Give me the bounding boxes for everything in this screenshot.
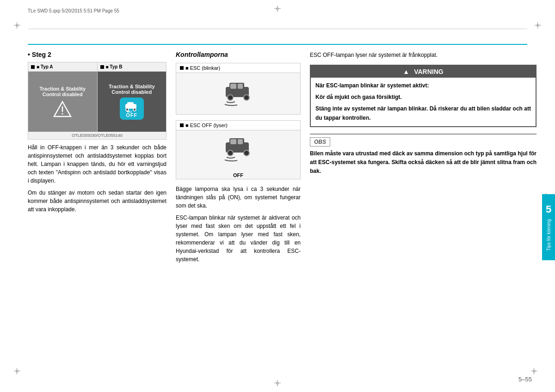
right-intro-text: ESC OFF-lampan lyser när systemet är frå… [310,51,536,59]
black-square-esc [180,66,184,70]
esc-off-header: ■ ESC OFF (lyser) [176,121,300,130]
left-column: • Steg 2 ■ Typ A ■ Typ B [28,51,166,364]
panel-typ-b: Traction & Stability Control disabled [98,72,166,132]
panel-b-text: Traction & Stability Control disabled [102,84,162,95]
warning-para1: När ESC-lampan blinkar är systemet aktiv… [315,81,531,90]
warning-triangle-icon-small: ▲ [403,68,409,75]
left-para2: Om du stänger av motorn och sedan starta… [28,189,166,214]
warning-para3: Stäng inte av systemet när lampan blinka… [315,104,531,122]
obs-box: OBS Bilen måste vara utrustad med däck a… [310,134,536,176]
off-text: OFF [126,112,137,118]
svg-rect-4 [127,102,134,105]
right-column: ESC OFF-lampan lyser när systemet är frå… [310,51,536,364]
diagram-panels: Traction & Stability Control disabled Tr… [28,72,166,132]
registration-mark-tr [535,22,541,29]
black-square-b [100,65,104,69]
middle-column: Kontrollamporna ■ ESC (blinkar) [176,51,301,364]
obs-body: Bilen måste vara utrustad med däck av sa… [310,149,536,176]
typ-a-col: ■ Typ A [28,62,98,71]
svg-point-18 [244,150,249,156]
panel-typ-a: Traction & Stability Control disabled [28,72,98,132]
esc-off-image [176,130,300,172]
typ-b-label: ■ Typ B [106,64,123,69]
warning-body: När ESC-lampan blinkar är systemet aktiv… [311,78,536,126]
mid-para2: ESC-lampan blinkar när systemet är aktiv… [176,214,301,263]
diagram-header: ■ Typ A ■ Typ B [28,62,166,72]
accent-line [28,44,527,45]
registration-mark-br [531,368,537,374]
chapter-label: Tips för körning [546,219,551,251]
esc-blinkar-header: ■ ESC (blinkar) [176,63,300,73]
header-bar: TLe SWD 5.qxp 5/20/2015 5:51 PM Page 55 [28,8,527,13]
chapter-tab: 5 Tips för körning [542,194,555,260]
svg-point-2 [62,113,63,115]
step-heading: • Steg 2 [28,51,166,58]
black-square-a [31,65,35,69]
esc-blinkar-box: ■ ESC (blinkar) [176,63,301,115]
esc-off-box: ■ ESC OFF (lyser) OFF [176,120,301,179]
chapter-number: 5 [546,203,551,215]
off-button-icon: OFF [120,98,144,120]
decorative-line-top [28,29,527,29]
left-para1: Håll in OFF-knappen i mer än 3 sekunder … [28,143,166,185]
main-content: • Steg 2 ■ Typ A ■ Typ B [28,51,536,364]
svg-point-11 [228,95,233,100]
diagram-box: ■ Typ A ■ Typ B Traction & Stability Con… [28,62,166,140]
svg-rect-10 [238,84,243,89]
svg-point-17 [228,150,233,156]
esc-off-label: ■ ESC OFF (lyser) [185,122,228,128]
left-body-text: Håll in OFF-knappen i mer än 3 sekunder … [28,143,166,214]
off-label-bottom: OFF [176,172,300,179]
warning-box: ▲ VARNING När ESC-lampan blinkar är syst… [310,65,536,127]
typ-b-col: ■ Typ B [98,62,166,71]
car-skid-svg [123,99,140,112]
page-number: 5–55 [518,376,532,383]
registration-mark-tl [14,22,20,29]
svg-point-6 [133,108,136,111]
car-skid-esc-svg [221,79,256,109]
obs-title: OBS [310,137,330,147]
car-skid-off-svg [221,136,256,166]
diagram-footer: OTLE055030/OTLE055140 [28,132,166,139]
warning-title-bar: ▲ VARNING [311,66,536,78]
svg-rect-15 [230,139,236,144]
kontrollamporna-title: Kontrollamporna [176,51,301,58]
svg-point-12 [244,95,249,100]
esc-blinkar-label: ■ ESC (blinkar) [185,65,220,71]
esc-blinkar-image [176,73,300,114]
mid-body-text: Bägge lamporna ska lysa i ca 3 sekunder … [176,185,301,263]
typ-a-label: ■ Typ A [37,64,53,69]
warning-title: VARNING [414,68,444,75]
svg-point-5 [126,108,129,111]
header-text: TLe SWD 5.qxp 5/20/2015 5:51 PM Page 55 [28,8,119,13]
panel-a-text: Traction & Stability Control disabled [33,86,92,97]
svg-rect-16 [238,139,243,144]
black-square-escoff [180,123,184,127]
registration-mark-bottom [274,380,281,386]
mid-para1: Bägge lamporna ska lysa i ca 3 sekunder … [176,185,301,210]
warning-triangle-icon [53,101,72,117]
svg-rect-9 [230,84,236,89]
registration-mark-bl [14,368,20,374]
warning-para2: Kör då mjukt och gasa försiktigt. [315,93,531,102]
